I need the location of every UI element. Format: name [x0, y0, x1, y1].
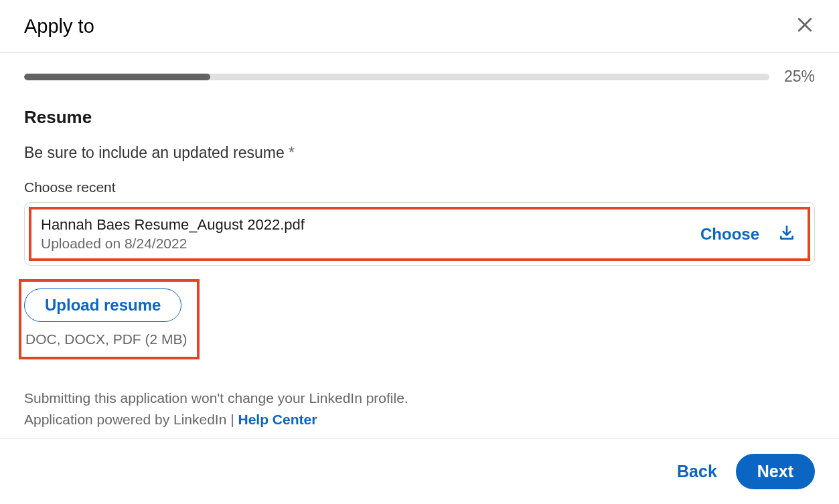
modal-footer: Back Next: [0, 438, 839, 504]
back-button[interactable]: Back: [677, 462, 717, 481]
resume-uploaded-date: Uploaded on 8/24/2022: [41, 236, 305, 252]
resume-instruction: Be sure to include an updated resume *: [24, 144, 815, 162]
modal-content: 25% Resume Be sure to include an updated…: [0, 53, 839, 436]
choose-resume-button[interactable]: Choose: [700, 225, 759, 244]
resume-actions: Choose: [700, 224, 795, 244]
progress-bar: [24, 74, 769, 80]
choose-recent-label: Choose recent: [24, 179, 815, 195]
resume-card-highlight: Hannah Baes Resume_August 2022.pdf Uploa…: [29, 207, 810, 261]
required-marker: *: [289, 144, 295, 161]
upload-resume-button[interactable]: Upload resume: [24, 288, 181, 322]
footer-powered-prefix: Application powered by LinkedIn |: [24, 412, 238, 427]
footer-notes: Submitting this application won't change…: [24, 388, 815, 430]
resume-filename: Hannah Baes Resume_August 2022.pdf: [41, 216, 305, 234]
upload-section-highlight: Upload resume DOC, DOCX, PDF (2 MB): [19, 279, 200, 359]
help-center-link[interactable]: Help Center: [238, 412, 317, 427]
upload-hint: DOC, DOCX, PDF (2 MB): [24, 331, 187, 347]
close-icon[interactable]: [795, 15, 815, 37]
next-button[interactable]: Next: [736, 454, 815, 489]
progress-row: 25%: [24, 68, 815, 86]
download-icon[interactable]: [778, 224, 795, 244]
resume-info: Hannah Baes Resume_August 2022.pdf Uploa…: [41, 216, 305, 252]
modal-title: Apply to: [24, 15, 94, 37]
instruction-text: Be sure to include an updated resume: [24, 144, 285, 161]
footer-note-powered: Application powered by LinkedIn | Help C…: [24, 409, 815, 430]
modal-header: Apply to: [0, 0, 839, 53]
resume-section-title: Resume: [24, 107, 815, 128]
progress-fill: [24, 74, 210, 80]
footer-note-profile: Submitting this application won't change…: [24, 388, 815, 409]
resume-card: Hannah Baes Resume_August 2022.pdf Uploa…: [24, 202, 815, 266]
progress-percent-label: 25%: [784, 68, 815, 86]
